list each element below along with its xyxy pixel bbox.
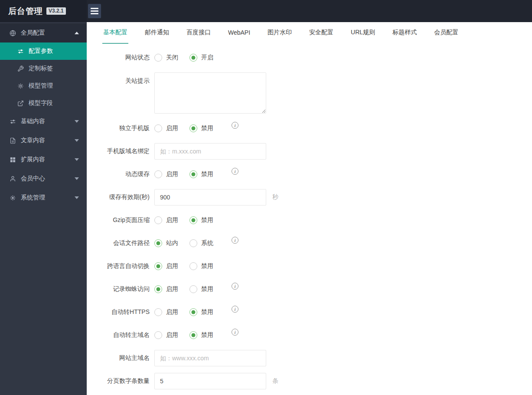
radio-group: 启用 禁用 (154, 262, 225, 270)
radio-option-open[interactable]: 开启 (189, 54, 213, 62)
form-row-auto-https: 自动转HTTPS 启用 禁用 (103, 304, 532, 320)
radio-option-disable[interactable]: 禁用 (189, 262, 213, 270)
sidebar-item-label: 模型字段 (29, 99, 53, 107)
top-header: 后台管理 V3.2.1 (0, 0, 532, 22)
cache-ttl-input[interactable] (154, 189, 266, 206)
grid-icon (10, 157, 16, 163)
wrench-icon (17, 65, 24, 72)
radio-option-disable[interactable]: 禁用 (189, 285, 213, 293)
closed-notice-textarea[interactable] (154, 72, 266, 114)
radio-option-enable[interactable]: 启用 (154, 285, 178, 293)
radio-icon (189, 262, 197, 270)
form-row-session-path: 会话文件路径 站内 系统 (103, 235, 532, 251)
main-domain-input[interactable] (154, 350, 266, 366)
tab-member-config[interactable]: 会员配置 (433, 22, 459, 44)
radio-option-enable[interactable]: 启用 (154, 124, 178, 132)
radio-option-disable[interactable]: 禁用 (189, 308, 213, 316)
info-icon[interactable] (232, 329, 238, 336)
sidebar-item-model-management[interactable]: 模型管理 (0, 77, 87, 95)
sidebar-group-extended-content[interactable]: 扩展内容 (0, 150, 87, 169)
tab-image-watermark[interactable]: 图片水印 (267, 22, 293, 44)
sidebar-group-label: 全局配置 (21, 29, 45, 37)
globe-icon (10, 30, 16, 36)
info-icon[interactable] (232, 237, 238, 244)
radio-checked-icon (189, 54, 197, 62)
radio-option-enable[interactable]: 启用 (154, 331, 178, 339)
radio-option-disable[interactable]: 禁用 (189, 331, 213, 339)
field-label: 独立手机版 (103, 124, 150, 132)
external-link-icon (17, 100, 24, 107)
brand: 后台管理 V3.2.1 (0, 0, 87, 22)
tab-security-config[interactable]: 安全配置 (308, 22, 334, 44)
radio-icon (154, 331, 162, 339)
radio-group: 启用 禁用 (154, 331, 238, 339)
sidebar-group-basic-content[interactable]: 基础内容 (0, 112, 87, 131)
radio-option-enable[interactable]: 启用 (154, 170, 178, 178)
user-icon (10, 176, 16, 182)
radio-option-enable[interactable]: 启用 (154, 262, 178, 270)
chevron-down-icon (75, 139, 79, 142)
radio-checked-icon (154, 285, 162, 293)
sliders-icon (17, 48, 24, 55)
radio-checked-icon (189, 216, 197, 224)
radio-option-enable[interactable]: 启用 (154, 216, 178, 224)
info-icon[interactable] (232, 168, 238, 175)
radio-group: 启用 禁用 (154, 285, 238, 293)
field-label: 会话文件路径 (103, 239, 150, 247)
mobile-domain-input[interactable] (154, 143, 266, 160)
radio-option-system[interactable]: 系统 (189, 239, 213, 247)
tab-mail-notice[interactable]: 邮件通知 (144, 22, 170, 44)
radio-option-disable[interactable]: 禁用 (189, 216, 213, 224)
pagination-count-input[interactable] (154, 373, 266, 389)
admin-app: 后台管理 V3.2.1 全局配置 配置参数 定制标签 (0, 0, 532, 395)
form-row-main-domain: 网站主域名 (103, 350, 532, 366)
field-label: 自动转HTTPS (103, 308, 150, 316)
tab-url-rules[interactable]: URL规则 (350, 22, 376, 44)
radio-checked-icon (154, 262, 162, 270)
chevron-down-icon (75, 177, 79, 180)
field-label: 记录蜘蛛访问 (103, 285, 150, 293)
app-title: 后台管理 (8, 6, 43, 17)
field-label: 自动转主域名 (103, 331, 150, 339)
sidebar-group-article-content[interactable]: 文章内容 (0, 131, 87, 150)
field-label: 手机版域名绑定 (103, 147, 150, 155)
radio-icon (189, 285, 197, 293)
sidebar-item-label: 模型管理 (29, 82, 53, 90)
field-label: 缓存有效期(秒) (103, 193, 150, 201)
info-icon[interactable] (232, 283, 238, 290)
tab-title-style[interactable]: 标题样式 (392, 22, 418, 44)
radio-option-onsite[interactable]: 站内 (154, 239, 178, 247)
radio-checked-icon (189, 170, 197, 178)
field-label: 网站状态 (103, 54, 150, 62)
sidebar-group-global-config[interactable]: 全局配置 (0, 23, 87, 42)
chevron-down-icon (75, 120, 79, 123)
tab-baidu-api[interactable]: 百度接口 (186, 22, 212, 44)
radio-option-enable[interactable]: 启用 (154, 308, 178, 316)
radio-icon (189, 239, 197, 247)
sidebar-item-config-params[interactable]: 配置参数 (0, 42, 87, 60)
tab-basic-config[interactable]: 基本配置 (102, 22, 128, 44)
main-content: 基本配置 邮件通知 百度接口 WebAPI 图片水印 安全配置 URL规则 标题… (87, 22, 532, 395)
field-label: 分页数字条数量 (103, 377, 150, 385)
chevron-down-icon (75, 196, 79, 199)
sidebar-group-member-center[interactable]: 会员中心 (0, 169, 87, 188)
radio-group: 站内 系统 (154, 239, 238, 247)
info-icon[interactable] (232, 122, 238, 129)
sidebar-item-label: 配置参数 (29, 47, 53, 55)
form-row-lang-switch: 跨语言自动切换 启用 禁用 (103, 258, 532, 274)
sidebar-toggle-button[interactable] (88, 4, 101, 18)
sidebar-item-model-fields[interactable]: 模型字段 (0, 95, 87, 112)
sidebar-group-system-management[interactable]: 系统管理 (0, 188, 87, 207)
radio-icon (154, 216, 162, 224)
radio-option-disable[interactable]: 禁用 (189, 124, 213, 132)
radio-checked-icon (154, 239, 162, 247)
radio-icon (154, 170, 162, 178)
basic-config-form: 网站状态 关闭 开启 关站提示 独立手 (87, 44, 532, 389)
radio-checked-icon (189, 308, 197, 316)
radio-option-disable[interactable]: 禁用 (189, 170, 213, 178)
sidebar-item-custom-tags[interactable]: 定制标签 (0, 60, 87, 77)
info-icon[interactable] (232, 306, 238, 313)
radio-option-close[interactable]: 关闭 (154, 54, 178, 62)
tab-webapi[interactable]: WebAPI (227, 22, 251, 44)
sliders-icon (10, 118, 16, 125)
